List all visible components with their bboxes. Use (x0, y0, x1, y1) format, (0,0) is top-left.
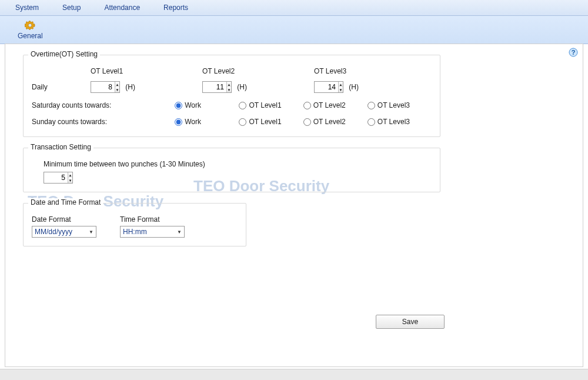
ot-level1-spinner[interactable]: ▲▼ (91, 81, 120, 93)
time-format-value: HH:mm (123, 228, 147, 236)
time-format-combo[interactable]: HH:mm ▼ (120, 226, 185, 238)
statusbar (0, 369, 588, 380)
sat-level3-radio[interactable]: OT Level3 (368, 101, 432, 109)
date-format-label: Date Format (32, 215, 96, 224)
ot-col-level2: OT Level2 (202, 67, 314, 75)
sun-level2-radio[interactable]: OT Level2 (303, 118, 368, 126)
min-punch-input[interactable] (44, 172, 68, 183)
overtime-legend: Overtime(OT) Setting (28, 50, 100, 58)
datetime-fieldset: Date and Time Format Date Format MM/dd/y… (23, 203, 246, 246)
unit-label: (H) (349, 83, 359, 91)
spin-down-icon[interactable]: ▼ (227, 87, 231, 92)
svg-text:?: ? (572, 49, 576, 56)
unit-label: (H) (237, 83, 247, 91)
sun-level3-radio[interactable]: OT Level3 (368, 118, 432, 126)
ot-level3-spinner[interactable]: ▲▼ (314, 81, 343, 93)
time-format-label: Time Format (120, 215, 185, 224)
ot-level3-input[interactable] (315, 82, 338, 92)
ot-level2-input[interactable] (203, 82, 226, 92)
spin-up-icon[interactable]: ▲ (115, 82, 119, 87)
date-format-value: MM/dd/yyyy (35, 228, 72, 236)
menu-system[interactable]: System (6, 2, 48, 14)
spin-up-icon[interactable]: ▲ (339, 82, 343, 87)
saturday-label: Saturday counts towards: (32, 101, 175, 109)
transaction-legend: Transaction Setting (28, 143, 93, 151)
content-panel: ? TEO Door Security TEO Door Security Ov… (5, 44, 583, 367)
spin-down-icon[interactable]: ▼ (339, 87, 343, 92)
date-format-combo[interactable]: MM/dd/yyyy ▼ (32, 226, 96, 238)
ot-col-level1: OT Level1 (91, 67, 202, 75)
ot-level2-spinner[interactable]: ▲▼ (202, 81, 232, 93)
spin-down-icon[interactable]: ▼ (68, 178, 72, 183)
unit-label: (H) (125, 83, 135, 91)
help-icon[interactable]: ? (569, 48, 578, 57)
sunday-label: Sunday counts towards: (32, 118, 175, 126)
min-punch-label: Minimum time between two punches (1-30 M… (44, 160, 432, 168)
menu-reports[interactable]: Reports (154, 2, 198, 14)
transaction-fieldset: Transaction Setting Minimum time between… (23, 148, 440, 192)
menubar: System Setup Attendance Reports (0, 0, 588, 16)
gear-icon (25, 20, 35, 31)
menu-attendance[interactable]: Attendance (95, 2, 149, 14)
toolbar: General (0, 16, 588, 44)
general-button[interactable]: General (12, 19, 49, 41)
overtime-fieldset: Overtime(OT) Setting OT Level1 OT Level2… (23, 55, 440, 137)
ot-col-level3: OT Level3 (314, 67, 426, 75)
sat-level1-radio[interactable]: OT Level1 (239, 101, 303, 109)
menu-setup[interactable]: Setup (53, 2, 90, 14)
spin-down-icon[interactable]: ▼ (115, 87, 119, 92)
chevron-down-icon: ▼ (89, 229, 93, 235)
sun-level1-radio[interactable]: OT Level1 (239, 118, 303, 126)
spin-up-icon[interactable]: ▲ (227, 82, 231, 87)
chevron-down-icon: ▼ (177, 229, 182, 235)
sat-work-radio[interactable]: Work (175, 101, 239, 109)
general-label: General (18, 32, 43, 40)
sun-work-radio[interactable]: Work (175, 118, 239, 126)
spin-up-icon[interactable]: ▲ (68, 172, 72, 178)
datetime-legend: Date and Time Format (28, 198, 103, 206)
min-punch-spinner[interactable]: ▲▼ (44, 172, 73, 184)
save-button[interactable]: Save (376, 315, 445, 329)
ot-level1-input[interactable] (91, 82, 115, 92)
daily-label: Daily (32, 83, 91, 91)
sat-level2-radio[interactable]: OT Level2 (303, 101, 368, 109)
